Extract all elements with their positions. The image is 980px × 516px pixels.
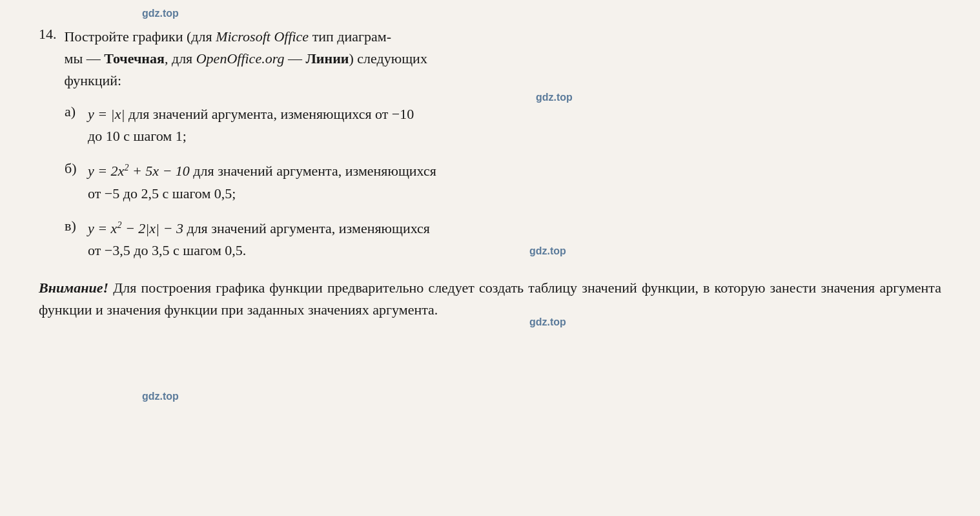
sub-content-b: y = 2x2 + 5x − 10 для значений аргумента… xyxy=(88,160,436,204)
sub-label-a: а) xyxy=(65,103,88,147)
sub-items-list: а) y = |x| для значений аргумента, измен… xyxy=(39,103,941,262)
task-header-text: Постройте графики (для Microsoft Office … xyxy=(65,26,427,92)
sub-item-a: а) y = |x| для значений аргумента, измен… xyxy=(65,103,941,147)
sub-label-b: б) xyxy=(65,160,88,204)
formula-a: y = |x| xyxy=(88,106,125,122)
task-header: 14. Постройте графики (для Microsoft Off… xyxy=(39,26,941,92)
tochechnaya-text: Точечная xyxy=(104,50,165,67)
formula-v: y = x2 − 2|x| − 3 xyxy=(88,220,183,236)
sub-item-v: в) y = x2 − 2|x| − 3 для значений аргуме… xyxy=(65,218,941,262)
sub-label-v: в) xyxy=(65,218,88,262)
sub-content-v: y = x2 − 2|x| − 3 для значений аргумента… xyxy=(88,218,430,262)
watermark-5: gdz.top xyxy=(142,391,179,402)
page-container: gdz.top gdz.top gdz.top gdz.top gdz.top … xyxy=(0,0,980,516)
task-block: 14. Постройте графики (для Microsoft Off… xyxy=(39,26,941,321)
attention-block: Внимание! Для построения графика функции… xyxy=(39,277,941,321)
openoffice-text: OpenOffice.org xyxy=(196,50,285,67)
sub-item-b: б) y = 2x2 + 5x − 10 для значений аргуме… xyxy=(65,160,941,204)
formula-b: y = 2x2 + 5x − 10 xyxy=(88,163,190,179)
attention-label: Внимание! xyxy=(39,280,108,296)
office-text: Office xyxy=(274,28,309,45)
watermark-1: gdz.top xyxy=(142,8,179,19)
microsoft-text: Microsoft xyxy=(216,28,271,45)
linii-text: Линии xyxy=(305,50,349,67)
sub-content-a: y = |x| для значений аргумента, изменяющ… xyxy=(88,103,414,147)
task-intro: Постройте графики (для Microsoft Office … xyxy=(65,28,427,88)
task-number: 14. xyxy=(39,26,57,92)
